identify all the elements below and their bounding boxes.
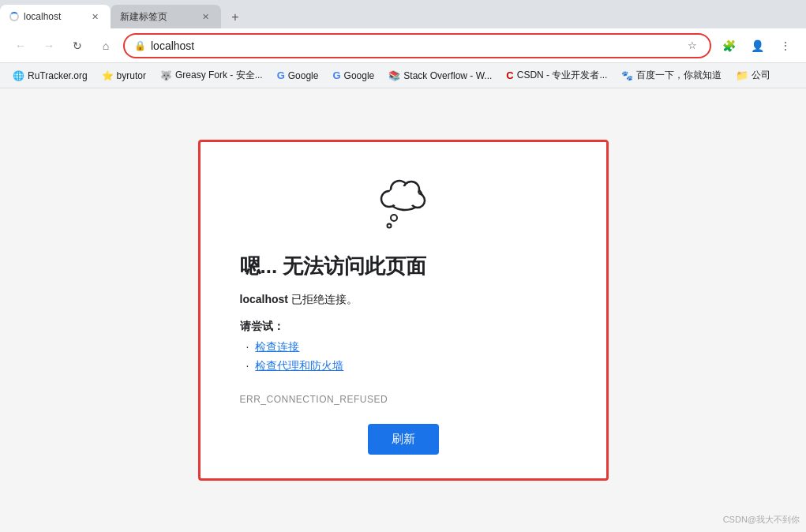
bookmark-label: CSDN - 专业开发者...	[517, 69, 608, 82]
error-title: 嗯... 无法访问此页面	[240, 253, 427, 280]
greasy-fork-icon: 🐺	[160, 70, 172, 81]
address-bar-icons: ☆	[684, 38, 700, 54]
bookmark-google2[interactable]: G Google	[326, 67, 381, 84]
bookmark-greasy-fork[interactable]: 🐺 Greasy Fork - 安全...	[154, 66, 269, 84]
bookmark-label: 公司	[752, 69, 770, 82]
tab-bar: localhost ✕ 新建标签页 ✕ +	[0, 0, 806, 28]
google1-icon: G	[277, 69, 285, 81]
bookmark-baidu[interactable]: 🐾 百度一下，你就知道	[615, 66, 728, 84]
lock-icon: 🔒	[134, 40, 146, 51]
tab-localhost[interactable]: localhost ✕	[0, 5, 111, 28]
bookmark-stackoverflow[interactable]: 📚 Stack Overflow - W...	[382, 68, 498, 84]
watermark: CSDN@我大不到你	[723, 514, 800, 526]
tab-loading-spinner	[9, 12, 19, 21]
bookmark-rutracker[interactable]: 🌐 RuTracker.org	[6, 68, 94, 84]
address-bar[interactable]: 🔒 localhost ☆	[123, 33, 711, 58]
toolbar: ← → ↻ ⌂ 🔒 localhost ☆ 🧩 👤 ⋮	[0, 28, 806, 63]
address-text: localhost	[151, 39, 680, 52]
try-label: 请尝试：	[240, 320, 284, 334]
page-content: 嗯... 无法访问此页面 localhost 已拒绝连接。 请尝试： · 检查连…	[0, 88, 806, 532]
svg-point-7	[387, 224, 391, 228]
bookmark-google1[interactable]: G Google	[271, 67, 325, 84]
bullet-1: ·	[246, 340, 249, 353]
bookmark-csdn[interactable]: C CSDN - 专业开发者...	[500, 66, 613, 84]
byrutor-icon: ⭐	[102, 70, 114, 81]
bullet-2: ·	[246, 359, 249, 372]
new-tab-button[interactable]: +	[224, 6, 246, 28]
tab-close-localhost[interactable]: ✕	[88, 10, 101, 23]
suggestions-list: · 检查连接 · 检查代理和防火墙	[240, 340, 344, 378]
tab-title-localhost: localhost	[24, 11, 84, 22]
error-subtitle-msg: 已拒绝连接。	[288, 293, 358, 305]
baidu-icon: 🐾	[621, 70, 633, 81]
check-proxy-link[interactable]: 检查代理和防火墙	[255, 359, 343, 373]
bookmark-label: byrutor	[117, 70, 146, 81]
tab-close-new[interactable]: ✕	[199, 10, 212, 23]
reload-button[interactable]: 刷新	[368, 424, 439, 455]
bookmark-byrutor[interactable]: ⭐ byrutor	[96, 68, 152, 84]
bookmark-label: Greasy Fork - 安全...	[175, 69, 263, 82]
svg-point-5	[388, 186, 419, 207]
back-button[interactable]: ←	[9, 35, 32, 57]
thought-bubble-icon	[372, 174, 435, 237]
tab-title-new: 新建标签页	[120, 10, 194, 24]
error-subtitle: localhost 已拒绝连接。	[240, 293, 358, 307]
bookmark-label: Google	[288, 70, 319, 81]
browser-chrome: localhost ✕ 新建标签页 ✕ + ← → ↻ ⌂ 🔒 localhos…	[0, 0, 806, 88]
error-card: 嗯... 无法访问此页面 localhost 已拒绝连接。 请尝试： · 检查连…	[198, 140, 609, 481]
google2-icon: G	[332, 69, 340, 81]
bookmark-label: 百度一下，你就知道	[636, 69, 722, 82]
suggestion-item-2: · 检查代理和防火墙	[246, 359, 344, 373]
refresh-button[interactable]: ↻	[66, 35, 88, 57]
folder-icon: 📁	[736, 69, 748, 81]
stackoverflow-icon: 📚	[388, 70, 400, 81]
suggestion-item-1: · 检查连接	[246, 340, 344, 354]
menu-button[interactable]: ⋮	[774, 35, 797, 57]
bookmark-label: Stack Overflow - W...	[403, 70, 492, 81]
profile-button[interactable]: 👤	[746, 35, 768, 57]
bookmark-label: Google	[344, 70, 375, 81]
forward-button[interactable]: →	[38, 35, 60, 57]
error-code: ERR_CONNECTION_REFUSED	[240, 394, 388, 405]
error-host: localhost	[240, 293, 288, 305]
tab-new[interactable]: 新建标签页 ✕	[111, 5, 221, 28]
bookmark-label: RuTracker.org	[28, 70, 88, 81]
extensions-button[interactable]: 🧩	[718, 35, 740, 57]
bookmark-company[interactable]: 📁 公司	[729, 66, 777, 84]
check-connection-link[interactable]: 检查连接	[255, 340, 299, 354]
home-button[interactable]: ⌂	[95, 35, 117, 57]
svg-point-6	[391, 215, 397, 221]
csdn-icon: C	[506, 69, 513, 81]
bookmarks-bar: 🌐 RuTracker.org ⭐ byrutor 🐺 Greasy Fork …	[0, 63, 806, 88]
rutracker-icon: 🌐	[13, 70, 24, 81]
bookmark-star-icon[interactable]: ☆	[684, 38, 700, 54]
